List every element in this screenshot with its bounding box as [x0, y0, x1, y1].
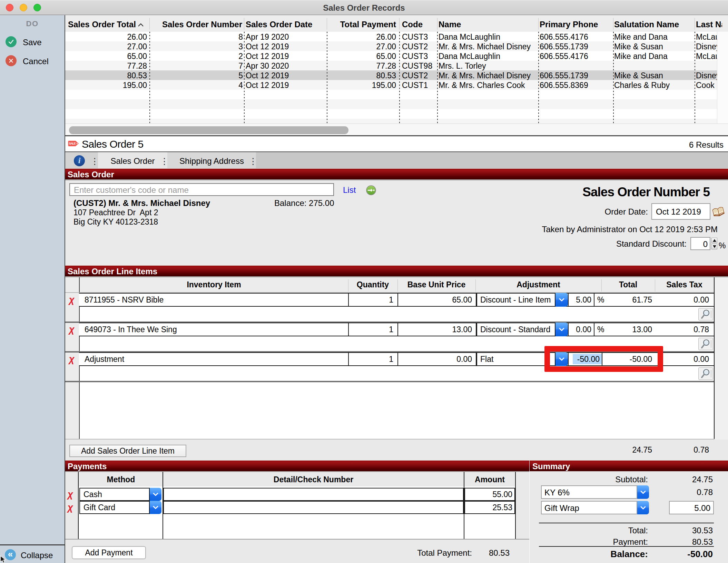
- svg-text:SALE: SALE: [69, 142, 76, 145]
